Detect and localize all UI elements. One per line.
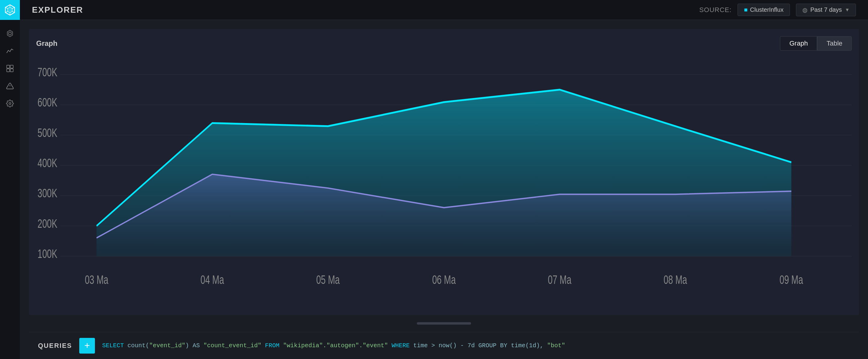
- time-range-selector[interactable]: ◍ Past 7 days ▼: [796, 4, 856, 16]
- svg-text:09 Ma: 09 Ma: [780, 272, 803, 286]
- svg-text:08 Ma: 08 Ma: [664, 272, 687, 286]
- svg-text:100K: 100K: [38, 247, 58, 261]
- svg-text:03 Ma: 03 Ma: [85, 272, 108, 286]
- sidebar-item-explorer[interactable]: [2, 26, 18, 41]
- svg-text:700K: 700K: [38, 65, 58, 79]
- chevron-down-icon: ▼: [845, 7, 849, 13]
- source-selector[interactable]: ■ ClusterInflux: [738, 4, 789, 16]
- source-label: SOURCE:: [699, 6, 732, 14]
- query-bar: QUERIES + SELECT count("event_id") AS "c…: [29, 332, 859, 359]
- query-field-event-id: "event_id": [149, 342, 185, 349]
- svg-point-16: [9, 103, 11, 105]
- main-content: EXPLORER SOURCE: ■ ClusterInflux ◍ Past …: [20, 0, 868, 359]
- topbar: EXPLORER SOURCE: ■ ClusterInflux ◍ Past …: [20, 0, 868, 20]
- svg-text:200K: 200K: [38, 216, 58, 230]
- view-toggle: Graph Table: [780, 36, 852, 51]
- queries-label: QUERIES: [38, 342, 72, 350]
- add-query-button[interactable]: +: [79, 338, 95, 354]
- clock-icon: ◍: [802, 6, 807, 13]
- app-logo[interactable]: [0, 0, 20, 20]
- query-group-field: "bot": [547, 342, 565, 349]
- app-title: EXPLORER: [32, 5, 83, 15]
- svg-text:500K: 500K: [38, 126, 58, 139]
- svg-marker-8: [7, 30, 12, 37]
- svg-rect-10: [7, 65, 10, 68]
- svg-text:400K: 400K: [38, 156, 58, 170]
- scrollbar-area[interactable]: [29, 321, 859, 326]
- svg-rect-11: [10, 65, 13, 68]
- topbar-right: SOURCE: ■ ClusterInflux ◍ Past 7 days ▼: [699, 4, 856, 16]
- sidebar-item-alerts[interactable]: [2, 78, 18, 93]
- chart-svg: 700K 600K 500K 400K 300K 200K 100K: [36, 57, 852, 315]
- svg-text:04 Ma: 04 Ma: [200, 272, 224, 286]
- graph-panel-header: Graph Graph Table: [36, 36, 852, 51]
- query-alias: "count_event_id": [204, 342, 261, 349]
- chart-area: 700K 600K 500K 400K 300K 200K 100K: [36, 57, 852, 315]
- svg-marker-9: [9, 32, 11, 35]
- source-name: ClusterInflux: [750, 6, 783, 13]
- query-table: "wikipedia"."autogen"."event": [283, 342, 388, 349]
- query-keyword-select: SELECT: [102, 342, 124, 349]
- svg-text:07 Ma: 07 Ma: [548, 272, 571, 286]
- table-view-btn[interactable]: Table: [817, 36, 852, 51]
- sidebar-item-settings[interactable]: [2, 96, 18, 111]
- query-keyword-from: FROM: [265, 342, 279, 349]
- query-keyword-where: WHERE: [392, 342, 410, 349]
- svg-text:06 Ma: 06 Ma: [432, 272, 456, 286]
- svg-marker-1: [7, 7, 12, 13]
- content-area: Graph Graph Table: [20, 20, 868, 359]
- scrollbar-thumb[interactable]: [417, 322, 471, 325]
- sidebar-item-dashboard[interactable]: [2, 61, 18, 76]
- graph-panel-title: Graph: [36, 39, 58, 48]
- svg-rect-13: [10, 69, 13, 72]
- time-range-label: Past 7 days: [810, 6, 842, 13]
- query-text: SELECT count("event_id") AS "count_event…: [102, 342, 565, 349]
- database-icon: ■: [744, 6, 747, 13]
- svg-rect-12: [7, 69, 10, 72]
- graph-panel: Graph Graph Table: [29, 29, 859, 315]
- svg-text:05 Ma: 05 Ma: [316, 272, 340, 286]
- graph-view-btn[interactable]: Graph: [780, 36, 817, 51]
- sidebar: [0, 0, 20, 359]
- svg-text:300K: 300K: [38, 186, 58, 200]
- svg-text:600K: 600K: [38, 95, 58, 109]
- sidebar-item-graph[interactable]: [2, 44, 18, 58]
